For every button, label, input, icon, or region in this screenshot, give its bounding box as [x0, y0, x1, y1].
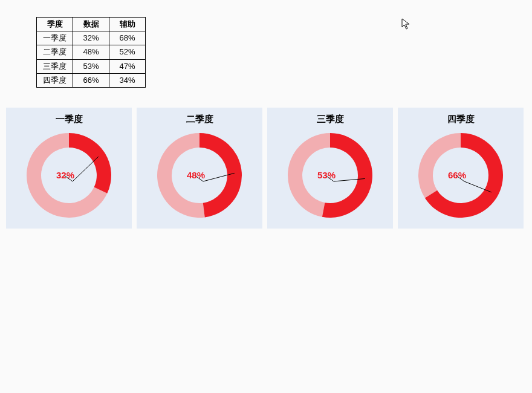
donut-value-label: 66%	[448, 170, 466, 180]
donut-wrap: 48%	[154, 130, 245, 221]
cell-aux: 68%	[109, 31, 146, 45]
donut-value-label: 48%	[187, 170, 205, 180]
table-row: 二季度 48% 52%	[37, 45, 146, 59]
data-table: 季度 数据 辅助 一季度 32% 68% 二季度 48% 52% 三季度 53%…	[36, 17, 146, 88]
chart-title: 一季度	[56, 114, 83, 125]
cell-quarter: 三季度	[37, 59, 73, 73]
table-header-quarter: 季度	[37, 18, 73, 31]
cell-data: 53%	[73, 59, 109, 73]
cell-data: 32%	[73, 31, 109, 45]
cell-aux: 52%	[109, 45, 146, 59]
donut-chart-card: 一季度32%	[6, 108, 132, 229]
table-row: 四季度 66% 34%	[37, 73, 146, 87]
donut-wrap: 66%	[415, 130, 506, 221]
table-header-aux: 辅助	[109, 18, 146, 31]
donut-chart-card: 二季度48%	[137, 108, 262, 229]
donut-wrap: 32%	[24, 130, 114, 221]
donut-wrap: 53%	[285, 130, 375, 221]
donut-chart-card: 四季度66%	[398, 108, 524, 229]
donut-slice-data	[199, 133, 242, 217]
cell-aux: 34%	[109, 73, 146, 87]
donut-charts-row: 一季度32%二季度48%三季度53%四季度66%	[6, 108, 524, 229]
table-row: 三季度 53% 47%	[37, 59, 146, 73]
donut-chart-card: 三季度53%	[267, 108, 393, 229]
cell-data: 66%	[73, 73, 109, 87]
chart-title: 二季度	[186, 114, 213, 125]
mouse-cursor-icon	[401, 18, 412, 30]
donut-slice-data	[69, 133, 111, 193]
chart-title: 三季度	[317, 114, 344, 125]
cell-aux: 47%	[109, 59, 146, 73]
cell-quarter: 四季度	[37, 73, 73, 87]
quarterly-table: 季度 数据 辅助 一季度 32% 68% 二季度 48% 52% 三季度 53%…	[36, 17, 146, 88]
chart-title: 四季度	[447, 114, 475, 125]
cell-quarter: 二季度	[37, 45, 73, 59]
donut-slice-aux	[418, 133, 461, 198]
donut-value-label: 53%	[317, 170, 336, 180]
cell-quarter: 一季度	[37, 31, 73, 45]
table-row: 一季度 32% 68%	[37, 31, 146, 45]
donut-value-label: 32%	[56, 170, 74, 180]
cell-data: 48%	[73, 45, 109, 59]
table-header-data: 数据	[73, 18, 109, 31]
